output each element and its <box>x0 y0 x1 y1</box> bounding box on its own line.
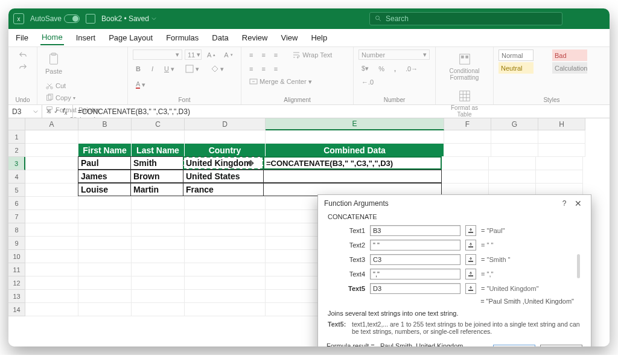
cell-B4[interactable]: James <box>78 170 131 183</box>
save-icon[interactable] <box>86 14 95 24</box>
ok-button[interactable]: OK <box>493 345 535 346</box>
row-header-1[interactable]: 1 <box>8 130 25 144</box>
cell-D4[interactable]: United States <box>183 170 264 183</box>
cell-C13[interactable] <box>132 290 185 303</box>
file-name[interactable]: Book2 • Saved <box>101 14 156 23</box>
cell-H4[interactable] <box>536 170 583 184</box>
fx-button[interactable]: fx <box>63 107 68 116</box>
cell-G4[interactable] <box>489 170 536 184</box>
cell-D1[interactable] <box>185 130 266 144</box>
cell-G2[interactable] <box>491 144 538 157</box>
cell-B11[interactable] <box>78 263 132 276</box>
cell-A2[interactable] <box>25 144 78 157</box>
cell-C9[interactable] <box>132 237 185 250</box>
accept-formula-button[interactable]: ✓ <box>54 107 59 115</box>
menu-formulas[interactable]: Formulas <box>165 31 200 45</box>
menu-data[interactable]: Data <box>211 31 229 45</box>
col-header-B[interactable]: B <box>78 118 132 130</box>
cell-B3[interactable]: Paul <box>78 156 131 170</box>
cell-B10[interactable] <box>78 250 132 263</box>
row-header-5[interactable]: 5 <box>8 184 25 197</box>
cell-A7[interactable] <box>25 210 78 223</box>
menu-home[interactable]: Home <box>40 30 64 45</box>
menu-file[interactable]: File <box>14 31 30 45</box>
cell-A13[interactable] <box>25 290 78 303</box>
col-header-F[interactable]: F <box>444 118 491 130</box>
arg-input-1[interactable]: B3 <box>370 225 460 236</box>
cell-C3[interactable]: Smith <box>130 156 183 170</box>
cell-A1[interactable] <box>25 130 78 144</box>
style-bad[interactable]: Bad <box>552 49 587 61</box>
cell-E2[interactable]: Combined Data <box>266 144 444 157</box>
scrollbar-thumb[interactable] <box>577 254 580 278</box>
row-header-14[interactable]: 14 <box>8 303 25 316</box>
row-header-4[interactable]: 4 <box>8 170 25 184</box>
align-middle-button[interactable]: ≡ <box>258 50 268 60</box>
row-header-10[interactable]: 10 <box>8 250 25 263</box>
italic-button[interactable]: I <box>148 64 156 74</box>
cell-A10[interactable] <box>25 250 78 263</box>
col-header-G[interactable]: G <box>491 118 538 130</box>
cancel-formula-button[interactable]: ✕ <box>46 107 51 115</box>
percent-button[interactable]: % <box>375 64 387 74</box>
wrap-text-button[interactable]: Wrap Text <box>289 49 335 60</box>
bold-button[interactable]: B <box>133 64 144 74</box>
cell-B12[interactable] <box>78 276 132 290</box>
border-button[interactable]: ▾ <box>182 63 202 74</box>
align-bottom-button[interactable]: ≡ <box>271 50 281 60</box>
select-all-corner[interactable] <box>8 118 25 130</box>
close-button[interactable]: ✕ <box>572 199 585 208</box>
font-color-button[interactable]: A▾ <box>133 79 148 90</box>
cell-F2[interactable] <box>444 144 491 157</box>
menu-page-layout[interactable]: Page Layout <box>107 31 154 45</box>
menu-review[interactable]: Review <box>241 31 269 45</box>
cell-B5[interactable]: Louise <box>78 183 131 196</box>
undo-button[interactable] <box>16 49 30 60</box>
collapse-dialog-icon[interactable] <box>465 240 476 251</box>
cell-D7[interactable] <box>185 210 266 223</box>
row-header-9[interactable]: 9 <box>8 237 25 250</box>
cell-D5[interactable]: France <box>183 183 264 196</box>
cell-D2[interactable]: Country <box>185 144 266 157</box>
font-family-select[interactable]: ▾ <box>133 49 182 60</box>
cell-D12[interactable] <box>185 276 266 290</box>
redo-button[interactable] <box>16 62 30 72</box>
col-header-D[interactable]: D <box>185 118 266 130</box>
cell-B7[interactable] <box>78 210 132 223</box>
col-header-H[interactable]: H <box>538 118 585 130</box>
cell-D10[interactable] <box>185 250 266 263</box>
col-header-A[interactable]: A <box>25 118 78 130</box>
style-calculation[interactable]: Calculation <box>552 62 587 74</box>
menu-view[interactable]: View <box>279 31 299 45</box>
increase-font-button[interactable]: A▴ <box>204 50 218 60</box>
merge-center-button[interactable]: Merge & Center▾ <box>246 76 315 87</box>
cell-A12[interactable] <box>25 276 78 290</box>
copy-button[interactable]: Copy▾ <box>42 92 103 103</box>
cell-D6[interactable] <box>185 197 266 210</box>
cell-B8[interactable] <box>78 223 132 237</box>
cell-H1[interactable] <box>538 130 585 144</box>
cell-A3[interactable] <box>25 157 78 170</box>
row-header-7[interactable]: 7 <box>8 210 25 223</box>
row-header-11[interactable]: 11 <box>8 263 25 276</box>
cell-C6[interactable] <box>132 197 185 210</box>
row-header-3[interactable]: 3 <box>8 157 25 170</box>
cell-B6[interactable] <box>78 197 132 210</box>
arg-input-4[interactable]: "," <box>370 269 460 279</box>
formula-input[interactable]: =CONCATENATE(B3," ",C3,",",D3) <box>73 107 610 116</box>
col-header-C[interactable]: C <box>132 118 185 130</box>
cell-C7[interactable] <box>132 210 185 223</box>
underline-button[interactable]: U▾ <box>161 64 177 74</box>
cell-F4[interactable] <box>442 170 489 184</box>
cell-G1[interactable] <box>491 130 538 144</box>
cell-C14[interactable] <box>132 303 185 316</box>
cell-C4[interactable]: Brown <box>130 170 183 183</box>
autosave-toggle[interactable]: AutoSave <box>30 14 80 23</box>
cell-H2[interactable] <box>538 144 585 157</box>
arg-input-5[interactable]: D3 <box>370 283 460 294</box>
cell-A11[interactable] <box>25 263 78 276</box>
font-size-select[interactable]: 11▾ <box>185 49 202 60</box>
cell-A5[interactable] <box>25 184 78 197</box>
cell-E1[interactable] <box>266 130 444 144</box>
cell-H3[interactable] <box>536 157 583 170</box>
